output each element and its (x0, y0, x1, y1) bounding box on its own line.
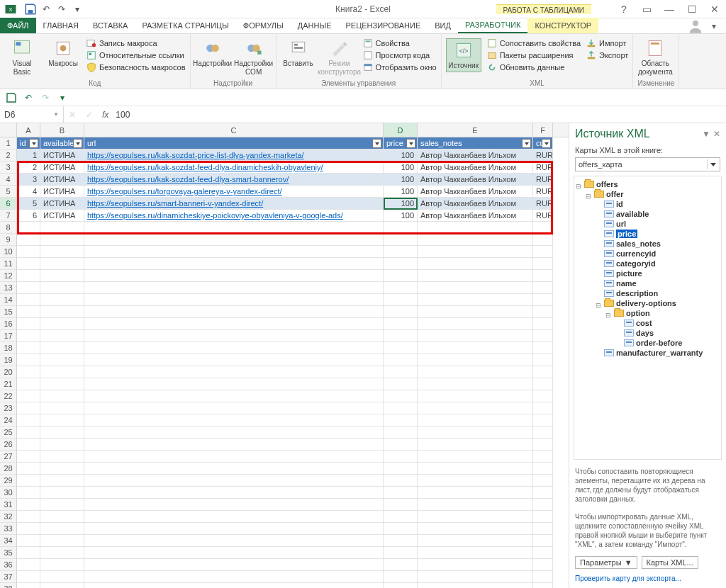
empty-cell[interactable] (384, 426, 418, 439)
empty-cell[interactable] (533, 390, 553, 402)
empty-cell[interactable] (384, 390, 418, 402)
empty-cell[interactable] (384, 499, 418, 511)
empty-cell[interactable] (40, 475, 84, 487)
row-header[interactable]: 24 (0, 414, 17, 426)
empty-cell[interactable] (533, 306, 553, 318)
addins-button[interactable]: Надстройки (195, 38, 230, 68)
table-cell[interactable]: ИСТИНА (40, 210, 84, 222)
empty-cell[interactable] (17, 559, 40, 571)
empty-cell[interactable] (384, 487, 418, 499)
table-cell[interactable]: RUR (533, 149, 553, 162)
cancel-formula-icon[interactable]: ✕ (64, 110, 81, 120)
empty-cell[interactable] (418, 547, 533, 559)
row-header[interactable]: 31 (0, 499, 17, 511)
empty-cell[interactable] (17, 318, 40, 330)
empty-cell[interactable] (40, 306, 84, 318)
empty-cell[interactable] (418, 475, 533, 487)
empty-cell[interactable] (533, 294, 553, 306)
table-cell[interactable]: 5 (17, 198, 40, 210)
xml-source-button[interactable]: </>Источник (446, 38, 481, 72)
empty-cell[interactable] (384, 234, 418, 246)
xml-tree-node[interactable]: manufacturer_warranty (576, 348, 720, 358)
empty-cell[interactable] (418, 318, 533, 330)
xml-verify-link[interactable]: Проверить карту для экспорта... (569, 572, 726, 588)
empty-cell[interactable] (533, 330, 553, 342)
empty-cell[interactable] (40, 439, 84, 451)
row-header[interactable]: 12 (0, 270, 17, 282)
empty-cell[interactable] (40, 547, 84, 559)
column-header[interactable]: E (418, 123, 533, 137)
table-cell[interactable]: RUR (533, 174, 553, 186)
xml-pane-options-icon[interactable]: ▼ (702, 129, 710, 139)
document-panel-button[interactable]: Область документа (637, 38, 673, 76)
table-header-cell[interactable]: sales_notes (418, 137, 533, 149)
table-cell[interactable]: Автор Чакканбаев Ильхом (418, 186, 533, 198)
empty-cell[interactable] (418, 535, 533, 547)
empty-cell[interactable] (84, 439, 384, 451)
row-header[interactable]: 32 (0, 511, 17, 523)
sign-in-icon[interactable] (688, 19, 703, 33)
qat-redo-icon[interactable]: ↷ (55, 3, 68, 16)
empty-cell[interactable] (84, 330, 384, 342)
export-xml-button[interactable]: Экспорт (586, 50, 628, 60)
empty-cell[interactable] (533, 354, 553, 366)
empty-cell[interactable] (84, 523, 384, 535)
row-header[interactable]: 14 (0, 294, 17, 306)
empty-cell[interactable] (384, 366, 418, 378)
empty-cell[interactable] (533, 571, 553, 583)
name-box[interactable]: D6▼ (0, 106, 64, 123)
empty-cell[interactable] (84, 451, 384, 463)
empty-cell[interactable] (418, 451, 533, 463)
empty-cell[interactable] (533, 366, 553, 378)
qat-save2-icon[interactable] (6, 92, 17, 103)
row-header[interactable]: 27 (0, 451, 17, 463)
row-header[interactable]: 16 (0, 318, 17, 330)
empty-cell[interactable] (84, 342, 384, 354)
xml-tree-node[interactable]: picture (576, 268, 720, 278)
empty-cell[interactable] (84, 487, 384, 499)
xml-tree-node[interactable]: currencyid (576, 249, 720, 259)
empty-cell[interactable] (17, 342, 40, 354)
table-cell[interactable]: https://seopulses.ru/smart-banneri-v-yan… (84, 198, 384, 210)
empty-cell[interactable] (418, 402, 533, 414)
table-header-cell[interactable]: available (40, 137, 84, 149)
empty-cell[interactable] (533, 559, 553, 571)
empty-cell[interactable] (17, 282, 40, 294)
empty-cell[interactable] (17, 294, 40, 306)
tab-file[interactable]: ФАЙЛ (0, 18, 36, 33)
row-header[interactable]: 25 (0, 426, 17, 439)
row-header[interactable]: 28 (0, 463, 17, 475)
table-cell[interactable]: RUR (533, 186, 553, 198)
row-header[interactable]: 17 (0, 330, 17, 342)
empty-cell[interactable] (40, 535, 84, 547)
empty-cell[interactable] (84, 475, 384, 487)
com-addins-button[interactable]: Надстройки COM (236, 38, 272, 76)
empty-cell[interactable] (17, 583, 40, 588)
empty-cell[interactable] (40, 270, 84, 282)
xml-tree-node[interactable]: offers (576, 179, 720, 189)
table-cell[interactable]: 100 (384, 174, 418, 186)
row-header[interactable]: 15 (0, 306, 17, 318)
xml-map-select[interactable]: offers_карта (575, 157, 720, 171)
row-header[interactable]: 19 (0, 354, 17, 366)
row-header[interactable]: 9 (0, 234, 17, 246)
empty-cell[interactable] (40, 234, 84, 246)
empty-cell[interactable] (40, 451, 84, 463)
empty-cell[interactable] (40, 511, 84, 523)
empty-cell[interactable] (17, 475, 40, 487)
row-header[interactable]: 6 (0, 198, 17, 210)
empty-cell[interactable] (384, 246, 418, 258)
row-header[interactable]: 18 (0, 342, 17, 354)
fx-icon[interactable]: fх (102, 110, 108, 120)
empty-cell[interactable] (84, 246, 384, 258)
empty-cell[interactable] (40, 318, 84, 330)
empty-cell[interactable] (84, 258, 384, 270)
empty-cell[interactable] (384, 258, 418, 270)
empty-cell[interactable] (40, 559, 84, 571)
empty-cell[interactable] (533, 499, 553, 511)
empty-cell[interactable] (418, 354, 533, 366)
record-macro-button[interactable]: Запись макроса (86, 38, 186, 48)
qat-more-icon[interactable]: ▾ (57, 92, 68, 103)
table-cell[interactable]: https://seopulses.ru/kak-sozdat-feed-dly… (84, 162, 384, 174)
filter-dropdown-icon[interactable] (522, 139, 531, 148)
